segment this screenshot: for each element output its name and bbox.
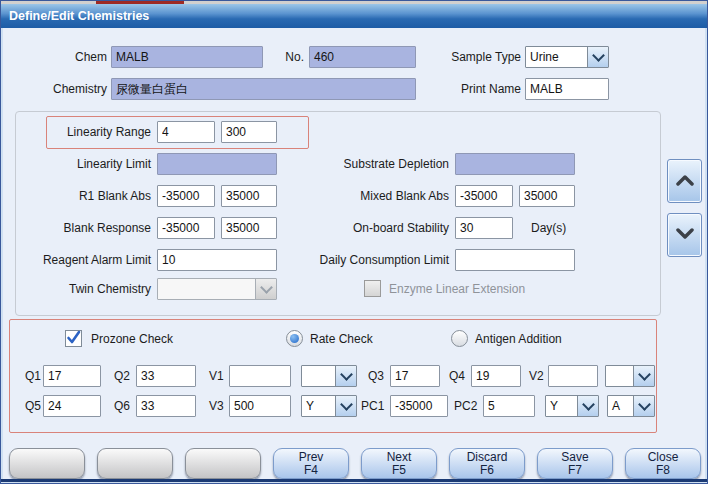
- no-field: 460: [309, 46, 416, 68]
- define-edit-chemistries-dialog: Define/Edit Chemistries Chem MALB No. 46…: [0, 0, 708, 484]
- chevron-down-icon: [255, 279, 276, 299]
- save-button[interactable]: Save F7: [537, 448, 613, 479]
- chevron-down-icon[interactable]: [633, 366, 654, 386]
- close-button-key: F8: [626, 464, 700, 477]
- q5-input[interactable]: [43, 395, 101, 417]
- enzyme-linear-extension-checkbox: [364, 280, 381, 297]
- linearity-range-label: Linearity Range: [19, 125, 151, 139]
- sample-type-value: Urine: [526, 47, 587, 67]
- r1-blank-abs-label: R1 Blank Abs: [19, 189, 151, 203]
- rate-check-radio[interactable]: [286, 330, 303, 347]
- q4-label: Q4: [449, 369, 465, 383]
- twin-chemistry-select: [157, 278, 277, 300]
- q4-input[interactable]: [471, 365, 521, 387]
- prev-button[interactable]: Prev F4: [273, 448, 349, 479]
- daily-consumption-limit-label: Daily Consumption Limit: [291, 253, 449, 267]
- q1-input[interactable]: [43, 365, 101, 387]
- antigen-addition-radio[interactable]: [451, 330, 468, 347]
- pc2-input[interactable]: [483, 395, 535, 417]
- q6-input[interactable]: [136, 395, 196, 417]
- daily-consumption-limit-input[interactable]: [455, 249, 575, 271]
- close-button[interactable]: Close F8: [625, 448, 701, 479]
- arrow-down-icon: [676, 226, 694, 244]
- chevron-down-icon[interactable]: [633, 396, 654, 416]
- q5-label: Q5: [25, 399, 41, 413]
- chevron-down-icon[interactable]: [577, 396, 598, 416]
- save-button-key: F7: [538, 464, 612, 477]
- chem-field: MALB: [111, 46, 263, 68]
- pc2-label: PC2: [454, 399, 477, 413]
- antigen-addition-label: Antigen Addition: [475, 332, 562, 346]
- v1-option-select[interactable]: [301, 365, 357, 387]
- linearity-limit-field: [157, 153, 277, 175]
- substrate-depletion-label: Substrate Depletion: [291, 157, 449, 171]
- title-bar: Define/Edit Chemistries: [1, 4, 708, 28]
- discard-button[interactable]: Discard F6: [449, 448, 525, 479]
- v2-input[interactable]: [548, 365, 598, 387]
- pc-option-1-select[interactable]: Y: [545, 395, 599, 417]
- rate-check-label: Rate Check: [310, 332, 373, 346]
- q3-input[interactable]: [390, 365, 440, 387]
- chemistry-field: 尿微量白蛋白: [111, 78, 416, 100]
- mixed-blank-abs-high-input[interactable]: [519, 185, 575, 207]
- scroll-up-button[interactable]: [667, 159, 702, 203]
- scroll-down-button[interactable]: [667, 213, 702, 257]
- linearity-range-low-input[interactable]: [157, 121, 215, 143]
- unused-button-3[interactable]: [185, 448, 261, 479]
- discard-button-key: F6: [450, 464, 524, 477]
- v3-input[interactable]: [229, 395, 291, 417]
- linearity-limit-label: Linearity Limit: [19, 157, 151, 171]
- sample-type-select[interactable]: Urine: [525, 46, 609, 68]
- onboard-stability-unit: Day(s): [531, 221, 566, 235]
- unused-button-2[interactable]: [97, 448, 173, 479]
- pc1-label: PC1: [361, 399, 384, 413]
- v3-option-value: Y: [302, 396, 335, 416]
- q3-label: Q3: [368, 369, 384, 383]
- chevron-down-icon[interactable]: [335, 366, 356, 386]
- linearity-range-high-input[interactable]: [221, 121, 277, 143]
- chemistry-label: Chemistry: [29, 82, 107, 96]
- pc-option-1-value: Y: [546, 396, 577, 416]
- v2-option-select[interactable]: [605, 365, 655, 387]
- next-button-key: F5: [362, 464, 436, 477]
- chevron-down-icon[interactable]: [335, 396, 356, 416]
- r1-blank-abs-high-input[interactable]: [221, 185, 277, 207]
- onboard-stability-input[interactable]: [455, 217, 513, 239]
- v2-label: V2: [529, 369, 544, 383]
- blank-response-high-input[interactable]: [221, 217, 277, 239]
- sample-type-label: Sample Type: [429, 50, 521, 64]
- v1-input[interactable]: [229, 365, 291, 387]
- arrow-up-icon: [676, 172, 694, 190]
- q2-label: Q2: [114, 369, 130, 383]
- v3-option-select[interactable]: Y: [301, 395, 357, 417]
- pc-option-2-select[interactable]: A: [607, 395, 655, 417]
- v1-option-value: [302, 366, 335, 386]
- unused-button-1[interactable]: [9, 448, 85, 479]
- prozone-check-checkbox[interactable]: [65, 330, 82, 347]
- prozone-check-label: Prozone Check: [91, 332, 173, 346]
- v1-label: V1: [209, 369, 224, 383]
- v3-label: V3: [209, 399, 224, 413]
- reagent-alarm-limit-input[interactable]: [157, 249, 277, 271]
- chevron-down-icon[interactable]: [587, 47, 608, 67]
- mixed-blank-abs-label: Mixed Blank Abs: [291, 189, 449, 203]
- chem-label: Chem: [41, 50, 107, 64]
- q1-label: Q1: [25, 369, 41, 383]
- blank-response-low-input[interactable]: [157, 217, 215, 239]
- blank-response-label: Blank Response: [19, 221, 151, 235]
- twin-chemistry-value: [158, 279, 255, 299]
- pc-option-2-value: A: [608, 396, 633, 416]
- mixed-blank-abs-low-input[interactable]: [455, 185, 513, 207]
- r1-blank-abs-low-input[interactable]: [157, 185, 215, 207]
- print-name-input[interactable]: [525, 78, 609, 100]
- prev-button-key: F4: [274, 464, 348, 477]
- substrate-depletion-field: [455, 153, 575, 175]
- onboard-stability-label: On-board Stability: [291, 221, 449, 235]
- q6-label: Q6: [114, 399, 130, 413]
- v2-option-value: [606, 366, 633, 386]
- q2-input[interactable]: [136, 365, 196, 387]
- pc1-input[interactable]: [390, 395, 448, 417]
- twin-chemistry-label: Twin Chemistry: [19, 282, 151, 296]
- enzyme-linear-extension-label: Enzyme Linear Extension: [389, 282, 525, 296]
- next-button[interactable]: Next F5: [361, 448, 437, 479]
